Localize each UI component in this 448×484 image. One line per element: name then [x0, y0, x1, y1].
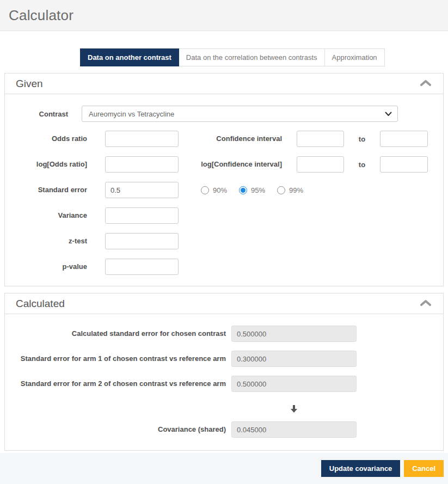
calculated-panel: Calculated Calculated standard error for… [4, 293, 444, 451]
odds-ratio-label: Odds ratio [5, 135, 87, 143]
covariance-label: Covariance (shared) [5, 426, 226, 434]
confidence-interval-lower-input[interactable] [297, 131, 344, 147]
z-test-input[interactable] [105, 233, 179, 249]
given-panel-title: Given [16, 78, 43, 90]
given-panel-header: Given [5, 73, 443, 94]
calculated-panel-header: Calculated [5, 293, 443, 314]
contrast-select-value: Aureomycin vs Tetracycline [89, 110, 174, 118]
calculated-se-input [231, 326, 357, 342]
covariance-input [231, 421, 357, 438]
calculated-collapse-toggle[interactable] [419, 298, 432, 309]
given-panel: Given Contrast Aureomycin vs Tetracyclin… [4, 73, 444, 286]
chevron-up-icon [420, 79, 431, 88]
contrast-label: Contrast [5, 110, 68, 118]
chevron-up-icon [420, 299, 431, 308]
page-title: Calculator [9, 7, 73, 24]
log-confidence-interval-lower-input[interactable] [297, 156, 344, 173]
p-value-label: p-value [5, 263, 87, 271]
confidence-level-90-label: 90% [213, 186, 227, 194]
log-odds-ratio-input[interactable] [105, 156, 179, 173]
odds-ratio-input[interactable] [105, 131, 179, 147]
se-arm1-row: Standard error for arm 1 of chosen contr… [5, 351, 443, 367]
confidence-level-99-label: 99% [289, 186, 303, 194]
standard-error-label: Standard error [5, 186, 87, 194]
z-test-label: z-test [5, 237, 87, 246]
radio-95-icon[interactable] [239, 186, 247, 194]
se-arm2-input [231, 376, 357, 392]
confidence-interval-to-label: to [344, 135, 380, 143]
variance-label: Variance [5, 212, 87, 220]
calculated-se-row: Calculated standard error for chosen con… [5, 326, 443, 342]
log-confidence-interval-label: log[Confidence interval] [179, 161, 282, 169]
calculated-panel-body: Calculated standard error for chosen con… [5, 314, 443, 450]
log-confidence-interval-to-label: to [344, 161, 380, 169]
se-arm1-label: Standard error for arm 1 of chosen contr… [5, 355, 226, 363]
standard-error-input[interactable] [105, 182, 179, 198]
se-arm2-row: Standard error for arm 2 of chosen contr… [5, 376, 443, 392]
chevron-down-icon [385, 110, 392, 118]
variance-input[interactable] [105, 207, 179, 224]
given-form-grid: Odds ratio Confidence interval to log[Od… [5, 131, 443, 275]
page-header: Calculator [0, 0, 448, 31]
se-arm2-label: Standard error for arm 2 of chosen contr… [5, 380, 226, 388]
tab-data-on-correlation[interactable]: Data on the correlation between contrast… [179, 48, 325, 66]
calculated-se-label: Calculated standard error for chosen con… [5, 330, 226, 338]
tab-bar: Data on another contrast Data on the cor… [80, 48, 448, 66]
confidence-level-90-option[interactable]: 90% [201, 186, 227, 194]
se-arm1-input [231, 351, 357, 367]
contrast-row: Contrast Aureomycin vs Tetracycline [5, 106, 443, 122]
given-panel-body: Contrast Aureomycin vs Tetracycline Odds… [5, 94, 443, 286]
log-confidence-interval-upper-input[interactable] [380, 156, 428, 173]
update-covariance-button[interactable]: Update covariance [321, 460, 401, 477]
tab-approximation[interactable]: Approximation [325, 48, 385, 66]
cancel-button[interactable]: Cancel [404, 460, 444, 477]
calculated-panel-title: Calculated [16, 298, 65, 310]
confidence-interval-upper-input[interactable] [380, 131, 428, 147]
footer-bar: Update covariance Cancel [0, 453, 448, 484]
tab-data-on-another-contrast[interactable]: Data on another contrast [80, 48, 179, 66]
confidence-level-radio-group: 90% 95% 99% [179, 186, 428, 194]
arrow-down-icon [231, 405, 357, 413]
arrow-row [5, 401, 443, 417]
confidence-level-99-option[interactable]: 99% [277, 186, 303, 194]
log-odds-ratio-label: log[Odds ratio] [5, 161, 87, 169]
radio-90-icon[interactable] [201, 186, 209, 194]
given-collapse-toggle[interactable] [419, 78, 432, 89]
confidence-level-95-option[interactable]: 95% [239, 186, 265, 194]
confidence-interval-label: Confidence interval [179, 135, 282, 143]
contrast-select[interactable]: Aureomycin vs Tetracycline [82, 106, 398, 122]
covariance-row: Covariance (shared) [5, 421, 443, 438]
p-value-input[interactable] [105, 259, 179, 275]
radio-99-icon[interactable] [277, 186, 285, 194]
confidence-level-95-label: 95% [251, 186, 265, 194]
